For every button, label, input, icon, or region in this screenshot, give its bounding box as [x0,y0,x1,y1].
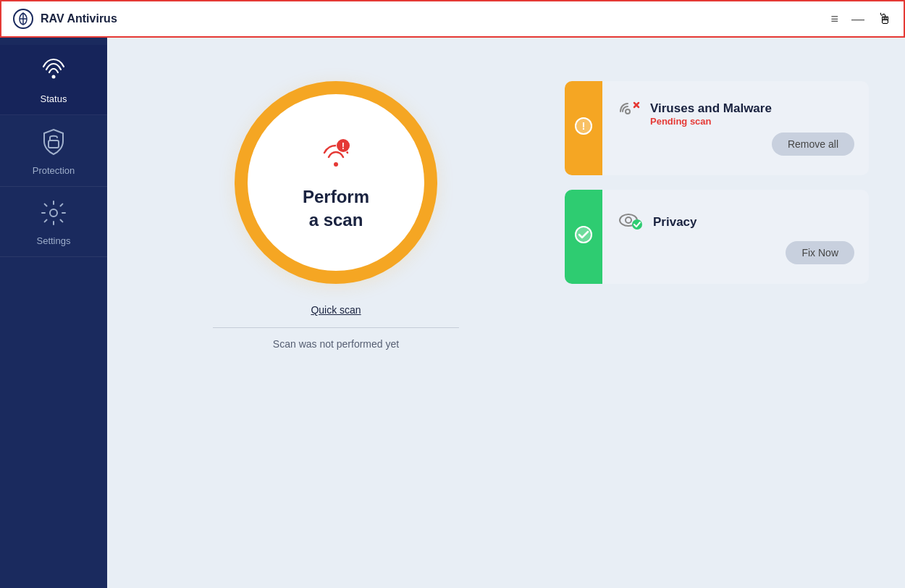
viruses-status-icon [617,101,640,127]
remove-all-button[interactable]: Remove all [772,133,854,156]
sidebar-protection-label: Protection [33,165,75,176]
minimize-button[interactable]: — [851,12,864,27]
rav-logo-icon [13,9,33,29]
svg-point-3 [52,75,56,79]
protection-icon [41,128,66,159]
sidebar-settings-label: Settings [37,235,71,246]
card-accent-orange: ! [565,81,602,175]
privacy-body: Privacy Fix Now [602,197,869,277]
viruses-header-row: Viruses and Malware Pending scan [617,101,854,127]
check-accent-icon [573,224,594,249]
scan-circle-wrapper: ! Performa scan [235,81,437,284]
viruses-subtitle: Pending scan [650,116,772,127]
settings-icon [41,200,67,230]
status-icon [41,58,67,88]
scan-status-text: Scan was not performed yet [273,338,399,350]
card-accent-green [565,190,602,284]
menu-button[interactable]: ≡ [830,12,838,27]
viruses-title-group: Viruses and Malware Pending scan [650,101,772,127]
cursor-icon: 🖱 [877,11,892,28]
svg-point-5 [50,209,57,217]
svg-point-13 [626,109,630,114]
viruses-malware-card: ! [565,81,869,175]
privacy-title: Privacy [653,215,697,230]
svg-point-6 [334,162,338,167]
cards-panel: ! [565,67,869,559]
sidebar-item-protection[interactable]: Protection [0,115,107,187]
fix-now-button[interactable]: Fix Now [786,241,854,264]
scan-alert-icon: ! [317,134,355,177]
sidebar-item-settings[interactable]: Settings [0,187,107,257]
sidebar-item-status[interactable]: Status [0,45,107,115]
privacy-header-row: Privacy [617,210,854,235]
svg-point-19 [626,217,631,223]
title-bar-right: ≡ — 🖱 [830,11,892,28]
title-bar-left: RAV Antivirus [13,9,117,29]
scan-circle-button[interactable]: ! Performa scan [235,81,437,284]
main-container: Status Protection Settings [0,38,905,588]
content-area: ! Performa scan Quick scan Scan was not … [107,38,905,588]
sidebar-status-label: Status [41,93,67,104]
viruses-title: Viruses and Malware [650,101,772,116]
scan-divider [213,327,459,328]
scan-label: Performa scan [303,185,369,230]
privacy-status-icon [617,210,643,235]
app-title: RAV Antivirus [41,12,117,25]
warning-accent-icon: ! [573,116,594,140]
sidebar: Status Protection Settings [0,38,107,588]
svg-text:!: ! [342,140,345,151]
scan-panel: ! Performa scan Quick scan Scan was not … [143,67,529,559]
viruses-malware-body: Viruses and Malware Pending scan Remove … [602,88,869,169]
privacy-card: Privacy Fix Now [565,190,869,284]
svg-text:!: ! [582,119,586,132]
svg-rect-4 [49,140,59,148]
quick-scan-link[interactable]: Quick scan [311,304,361,316]
title-bar: RAV Antivirus ≡ — 🖱 [0,0,905,38]
